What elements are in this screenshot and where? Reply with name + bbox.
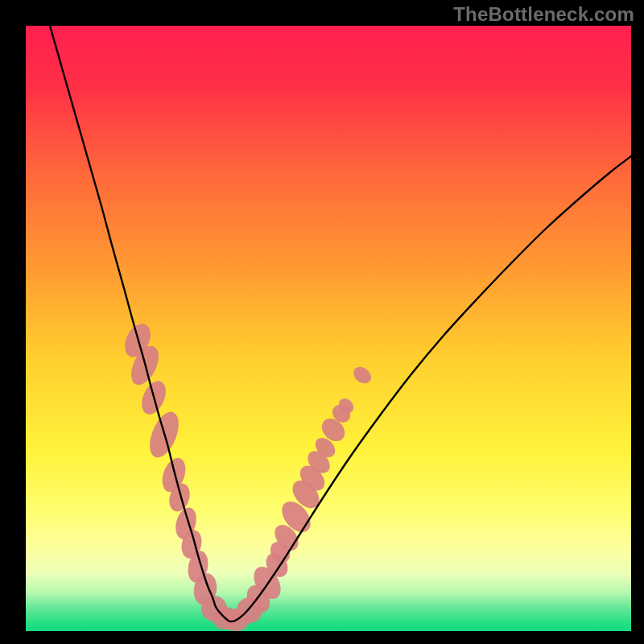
plot-area: [26, 26, 631, 631]
watermark-text: TheBottleneck.com: [453, 3, 634, 26]
chart-svg: [26, 26, 631, 631]
curve-marker: [350, 363, 374, 386]
bottleneck-curve: [50, 26, 631, 621]
outer-frame: TheBottleneck.com: [0, 0, 644, 644]
marker-cluster-group: [120, 320, 374, 631]
